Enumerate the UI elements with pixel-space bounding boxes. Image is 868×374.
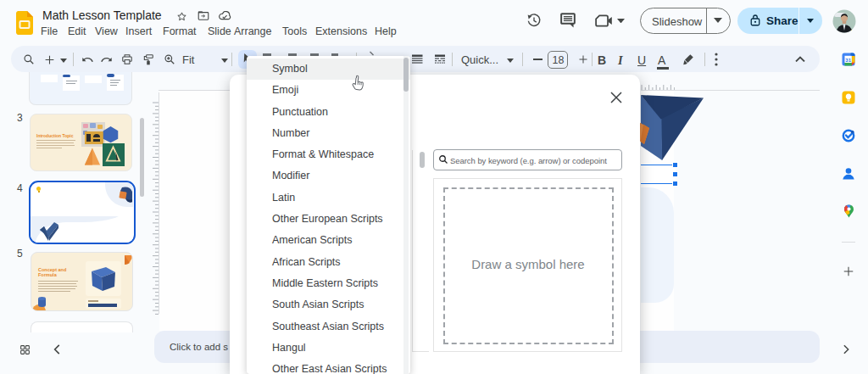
svg-text:31: 31 bbox=[845, 58, 851, 63]
